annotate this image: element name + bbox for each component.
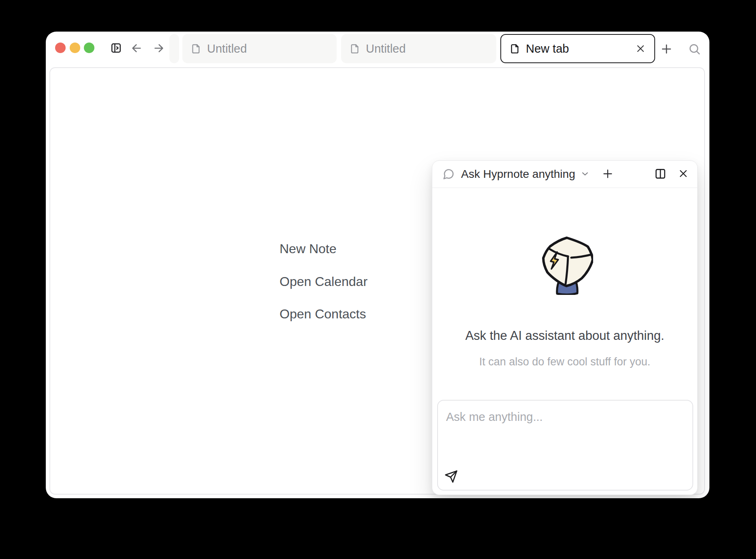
chevron-down-icon (580, 169, 590, 180)
tab-new-tab-active[interactable]: New tab (500, 34, 655, 63)
new-tab-button[interactable] (660, 42, 673, 56)
panel-left-open-icon (110, 42, 122, 54)
new-chat-button[interactable] (601, 168, 614, 181)
open-contacts-link[interactable]: Open Contacts (280, 306, 366, 322)
file-icon (349, 43, 360, 54)
ai-assistant-panel: Ask Hyprnote anything (432, 160, 698, 495)
tab-title: New tab (526, 42, 569, 55)
tab-untitled-2[interactable]: Untitled (341, 34, 496, 63)
assistant-header: Ask Hyprnote anything (432, 161, 697, 188)
assistant-hero-subtitle: It can also do few cool stuff for you. (432, 354, 697, 369)
search-button[interactable] (688, 43, 701, 55)
assistant-message-input[interactable] (438, 401, 692, 469)
columns-icon (654, 168, 666, 181)
arrow-left-icon (130, 42, 143, 55)
assistant-title: Ask Hyprnote anything (461, 168, 575, 181)
zoom-window-button[interactable] (84, 43, 94, 53)
file-icon (190, 43, 201, 54)
close-icon (677, 168, 689, 181)
minimize-window-button[interactable] (70, 43, 80, 53)
close-tab-button[interactable] (635, 43, 646, 54)
back-button[interactable] (130, 42, 143, 55)
assistant-input-box (437, 400, 693, 491)
app-window: Untitled Untitled New tab New Note Open … (46, 32, 709, 498)
plus-icon (660, 42, 673, 56)
tab-overflow-stub (169, 34, 179, 63)
tab-title: Untitled (366, 42, 406, 55)
new-note-link[interactable]: New Note (280, 241, 337, 257)
send-message-button[interactable] (444, 470, 458, 483)
open-calendar-link[interactable]: Open Calendar (280, 273, 367, 290)
assistant-hero-title: Ask the AI assistant about anything. (432, 327, 697, 345)
file-icon (509, 43, 520, 54)
sidebar-toggle-button[interactable] (110, 42, 122, 54)
conversation-dropdown-button[interactable] (580, 169, 590, 179)
close-window-button[interactable] (55, 43, 66, 53)
arrow-right-icon (152, 42, 165, 55)
send-icon (444, 478, 458, 484)
dock-panel-button[interactable] (654, 168, 666, 180)
forward-button[interactable] (152, 42, 165, 55)
close-panel-button[interactable] (677, 169, 689, 180)
search-icon (688, 43, 701, 55)
tab-title: Untitled (207, 42, 247, 55)
plus-icon (601, 167, 614, 181)
close-icon (635, 49, 646, 55)
robot-mascot-illustration (541, 237, 593, 295)
tab-untitled-1[interactable]: Untitled (182, 34, 337, 63)
chat-bubble-icon (442, 168, 455, 180)
